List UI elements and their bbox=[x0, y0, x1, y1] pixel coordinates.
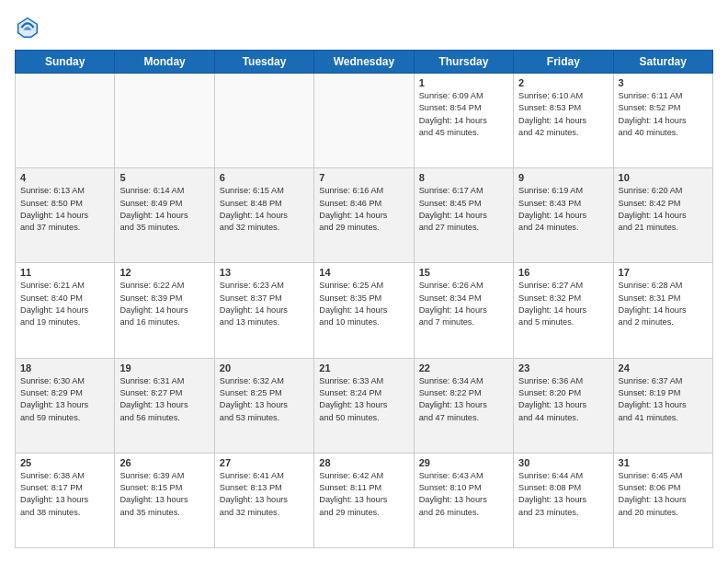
calendar-cell: 2Sunrise: 6:10 AM Sunset: 8:53 PM Daylig… bbox=[514, 74, 613, 168]
day-info: Sunrise: 6:42 AM Sunset: 8:11 PM Dayligh… bbox=[319, 470, 408, 519]
calendar-cell: 3Sunrise: 6:11 AM Sunset: 8:52 PM Daylig… bbox=[613, 74, 712, 168]
day-info: Sunrise: 6:36 AM Sunset: 8:20 PM Dayligh… bbox=[518, 375, 608, 424]
calendar-cell: 23Sunrise: 6:36 AM Sunset: 8:20 PM Dayli… bbox=[514, 358, 613, 453]
day-info: Sunrise: 6:30 AM Sunset: 8:29 PM Dayligh… bbox=[20, 375, 109, 424]
calendar-week-row: 1Sunrise: 6:09 AM Sunset: 8:54 PM Daylig… bbox=[16, 74, 713, 168]
day-number: 13 bbox=[220, 267, 309, 278]
day-info: Sunrise: 6:37 AM Sunset: 8:19 PM Dayligh… bbox=[619, 375, 708, 424]
calendar-cell: 8Sunrise: 6:17 AM Sunset: 8:45 PM Daylig… bbox=[414, 168, 513, 263]
calendar-cell: 26Sunrise: 6:39 AM Sunset: 8:15 PM Dayli… bbox=[115, 453, 214, 547]
day-number: 20 bbox=[220, 362, 309, 373]
calendar-cell: 27Sunrise: 6:41 AM Sunset: 8:13 PM Dayli… bbox=[214, 453, 313, 547]
calendar-cell: 30Sunrise: 6:44 AM Sunset: 8:08 PM Dayli… bbox=[514, 453, 613, 547]
day-number: 30 bbox=[518, 457, 608, 468]
calendar-day-header: Sunday bbox=[16, 51, 115, 74]
day-number: 10 bbox=[619, 172, 708, 183]
calendar-cell: 17Sunrise: 6:28 AM Sunset: 8:31 PM Dayli… bbox=[613, 263, 712, 358]
day-info: Sunrise: 6:32 AM Sunset: 8:25 PM Dayligh… bbox=[220, 375, 309, 424]
calendar-table: SundayMondayTuesdayWednesdayThursdayFrid… bbox=[15, 50, 713, 548]
day-info: Sunrise: 6:27 AM Sunset: 8:32 PM Dayligh… bbox=[518, 280, 608, 328]
day-info: Sunrise: 6:17 AM Sunset: 8:45 PM Dayligh… bbox=[419, 185, 508, 234]
calendar-cell: 11Sunrise: 6:21 AM Sunset: 8:40 PM Dayli… bbox=[16, 263, 115, 358]
calendar-cell: 15Sunrise: 6:26 AM Sunset: 8:34 PM Dayli… bbox=[414, 263, 513, 358]
day-info: Sunrise: 6:34 AM Sunset: 8:22 PM Dayligh… bbox=[419, 375, 508, 424]
calendar-cell bbox=[214, 74, 313, 168]
day-info: Sunrise: 6:13 AM Sunset: 8:50 PM Dayligh… bbox=[20, 185, 109, 234]
day-number: 26 bbox=[119, 457, 209, 468]
day-number: 22 bbox=[419, 362, 508, 373]
day-number: 25 bbox=[20, 457, 109, 468]
day-info: Sunrise: 6:28 AM Sunset: 8:31 PM Dayligh… bbox=[619, 280, 708, 328]
calendar-cell bbox=[314, 74, 414, 168]
day-info: Sunrise: 6:21 AM Sunset: 8:40 PM Dayligh… bbox=[20, 280, 109, 328]
day-number: 14 bbox=[319, 267, 408, 278]
day-info: Sunrise: 6:09 AM Sunset: 8:54 PM Dayligh… bbox=[419, 90, 508, 139]
calendar-week-row: 11Sunrise: 6:21 AM Sunset: 8:40 PM Dayli… bbox=[16, 263, 713, 358]
calendar-cell: 22Sunrise: 6:34 AM Sunset: 8:22 PM Dayli… bbox=[414, 358, 513, 453]
day-info: Sunrise: 6:20 AM Sunset: 8:42 PM Dayligh… bbox=[619, 185, 708, 234]
calendar-week-row: 4Sunrise: 6:13 AM Sunset: 8:50 PM Daylig… bbox=[16, 168, 713, 263]
calendar-cell: 13Sunrise: 6:23 AM Sunset: 8:37 PM Dayli… bbox=[214, 263, 313, 358]
day-number: 6 bbox=[220, 172, 309, 183]
day-number: 24 bbox=[619, 362, 708, 373]
day-info: Sunrise: 6:44 AM Sunset: 8:08 PM Dayligh… bbox=[518, 470, 608, 519]
day-number: 23 bbox=[518, 362, 608, 373]
calendar-cell bbox=[16, 74, 115, 168]
day-info: Sunrise: 6:14 AM Sunset: 8:49 PM Dayligh… bbox=[119, 185, 209, 234]
calendar-cell: 14Sunrise: 6:25 AM Sunset: 8:35 PM Dayli… bbox=[314, 263, 414, 358]
day-number: 3 bbox=[619, 77, 708, 88]
day-number: 2 bbox=[518, 77, 608, 88]
calendar-day-header: Saturday bbox=[613, 51, 712, 74]
calendar-day-header: Monday bbox=[115, 51, 214, 74]
day-number: 28 bbox=[319, 457, 408, 468]
day-number: 17 bbox=[619, 267, 708, 278]
day-number: 16 bbox=[518, 267, 608, 278]
calendar-cell: 6Sunrise: 6:15 AM Sunset: 8:48 PM Daylig… bbox=[214, 168, 313, 263]
page: SundayMondayTuesdayWednesdayThursdayFrid… bbox=[0, 0, 728, 563]
day-number: 4 bbox=[20, 172, 109, 183]
calendar-cell: 31Sunrise: 6:45 AM Sunset: 8:06 PM Dayli… bbox=[613, 453, 712, 547]
day-number: 11 bbox=[20, 267, 109, 278]
day-number: 21 bbox=[319, 362, 408, 373]
calendar-cell: 20Sunrise: 6:32 AM Sunset: 8:25 PM Dayli… bbox=[214, 358, 313, 453]
day-info: Sunrise: 6:39 AM Sunset: 8:15 PM Dayligh… bbox=[119, 470, 209, 519]
header bbox=[15, 15, 713, 40]
day-info: Sunrise: 6:45 AM Sunset: 8:06 PM Dayligh… bbox=[619, 470, 708, 519]
calendar-week-row: 18Sunrise: 6:30 AM Sunset: 8:29 PM Dayli… bbox=[16, 358, 713, 453]
calendar-day-header: Wednesday bbox=[314, 51, 414, 74]
day-info: Sunrise: 6:31 AM Sunset: 8:27 PM Dayligh… bbox=[119, 375, 209, 424]
calendar-cell: 5Sunrise: 6:14 AM Sunset: 8:49 PM Daylig… bbox=[115, 168, 214, 263]
day-number: 29 bbox=[419, 457, 508, 468]
day-number: 19 bbox=[119, 362, 209, 373]
day-info: Sunrise: 6:22 AM Sunset: 8:39 PM Dayligh… bbox=[119, 280, 209, 328]
calendar-cell: 1Sunrise: 6:09 AM Sunset: 8:54 PM Daylig… bbox=[414, 74, 513, 168]
calendar-cell: 19Sunrise: 6:31 AM Sunset: 8:27 PM Dayli… bbox=[115, 358, 214, 453]
calendar-cell: 24Sunrise: 6:37 AM Sunset: 8:19 PM Dayli… bbox=[613, 358, 712, 453]
calendar-cell: 10Sunrise: 6:20 AM Sunset: 8:42 PM Dayli… bbox=[613, 168, 712, 263]
calendar-cell: 25Sunrise: 6:38 AM Sunset: 8:17 PM Dayli… bbox=[16, 453, 115, 547]
day-number: 1 bbox=[419, 77, 508, 88]
day-info: Sunrise: 6:15 AM Sunset: 8:48 PM Dayligh… bbox=[220, 185, 309, 234]
calendar-day-header: Thursday bbox=[414, 51, 513, 74]
day-info: Sunrise: 6:25 AM Sunset: 8:35 PM Dayligh… bbox=[319, 280, 408, 328]
day-number: 7 bbox=[319, 172, 408, 183]
day-info: Sunrise: 6:11 AM Sunset: 8:52 PM Dayligh… bbox=[619, 90, 708, 139]
calendar-cell: 18Sunrise: 6:30 AM Sunset: 8:29 PM Dayli… bbox=[16, 358, 115, 453]
day-info: Sunrise: 6:38 AM Sunset: 8:17 PM Dayligh… bbox=[20, 470, 109, 519]
day-info: Sunrise: 6:43 AM Sunset: 8:10 PM Dayligh… bbox=[419, 470, 508, 519]
calendar-cell: 4Sunrise: 6:13 AM Sunset: 8:50 PM Daylig… bbox=[16, 168, 115, 263]
day-number: 15 bbox=[419, 267, 508, 278]
calendar-cell: 7Sunrise: 6:16 AM Sunset: 8:46 PM Daylig… bbox=[314, 168, 414, 263]
day-info: Sunrise: 6:26 AM Sunset: 8:34 PM Dayligh… bbox=[419, 280, 508, 328]
day-info: Sunrise: 6:41 AM Sunset: 8:13 PM Dayligh… bbox=[220, 470, 309, 519]
day-number: 9 bbox=[518, 172, 608, 183]
day-info: Sunrise: 6:23 AM Sunset: 8:37 PM Dayligh… bbox=[220, 280, 309, 328]
calendar-day-header: Friday bbox=[514, 51, 613, 74]
day-info: Sunrise: 6:10 AM Sunset: 8:53 PM Dayligh… bbox=[518, 90, 608, 139]
day-number: 8 bbox=[419, 172, 508, 183]
day-number: 18 bbox=[20, 362, 109, 373]
logo bbox=[15, 15, 44, 40]
calendar-cell: 28Sunrise: 6:42 AM Sunset: 8:11 PM Dayli… bbox=[314, 453, 414, 547]
calendar-cell bbox=[115, 74, 214, 168]
day-number: 31 bbox=[619, 457, 708, 468]
